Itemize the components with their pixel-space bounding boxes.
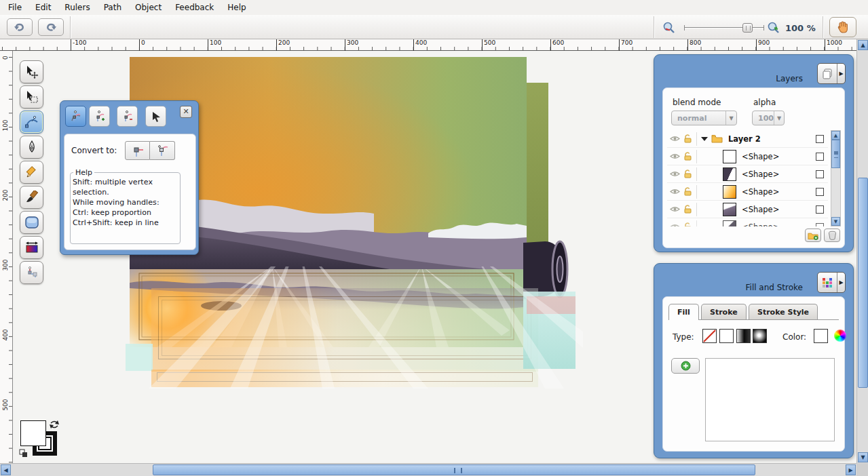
zoom-slider-thumb[interactable] bbox=[742, 23, 753, 33]
chevron-right-icon[interactable]: ▶ bbox=[837, 273, 845, 292]
tool-rounded-rect[interactable] bbox=[20, 211, 43, 234]
layer-checkbox[interactable] bbox=[816, 223, 824, 227]
redo-button[interactable] bbox=[38, 18, 64, 36]
lock-open-icon[interactable] bbox=[683, 134, 692, 143]
horizontal-scrollbar[interactable]: ◀ ▶ bbox=[0, 463, 856, 476]
default-colors-icon[interactable] bbox=[19, 449, 28, 458]
swap-colors-icon[interactable] bbox=[49, 419, 60, 430]
tool-node-edit[interactable] bbox=[20, 111, 43, 134]
vertical-scrollbar-thumb[interactable] bbox=[858, 178, 868, 388]
menu-feedback[interactable]: Feedback bbox=[168, 1, 221, 14]
blend-mode-select[interactable]: normal ▼ bbox=[671, 111, 737, 125]
visibility-eye-icon[interactable] bbox=[670, 223, 680, 226]
tool-pencil[interactable] bbox=[20, 161, 43, 184]
layer-row[interactable]: <Shape> bbox=[667, 183, 828, 201]
lock-open-icon[interactable] bbox=[683, 222, 692, 226]
new-layer-button[interactable] bbox=[805, 229, 821, 242]
layer-row[interactable]: <Shape> bbox=[667, 218, 828, 226]
shape-name[interactable]: <Shape> bbox=[742, 205, 779, 214]
tab-stroke-style[interactable]: Stroke Style bbox=[749, 304, 818, 319]
layer-checkbox[interactable] bbox=[816, 205, 824, 214]
fill-color-swatch[interactable] bbox=[20, 420, 46, 446]
horizontal-scrollbar-thumb[interactable] bbox=[153, 464, 755, 475]
layer-row[interactable]: <Shape> bbox=[667, 148, 828, 165]
fill-linear-gradient-swatch[interactable] bbox=[736, 329, 751, 343]
menu-path[interactable]: Path bbox=[97, 1, 128, 14]
visibility-eye-icon[interactable] bbox=[670, 135, 680, 142]
scroll-right-icon[interactable]: ▶ bbox=[846, 464, 856, 475]
fill-stroke-panel-menu-button[interactable]: ▶ bbox=[817, 272, 846, 293]
lock-open-icon[interactable] bbox=[683, 187, 692, 196]
fill-none-swatch[interactable] bbox=[702, 329, 717, 343]
lock-open-icon[interactable] bbox=[683, 170, 692, 178]
menu-object[interactable]: Object bbox=[128, 1, 168, 14]
add-node-button[interactable] bbox=[89, 106, 110, 127]
scrollbar-thumb[interactable] bbox=[831, 140, 840, 168]
tool-brush[interactable] bbox=[20, 186, 43, 209]
delete-layer-button[interactable] bbox=[824, 229, 840, 242]
tool-select-rect[interactable] bbox=[20, 85, 43, 108]
tool-snap-node[interactable] bbox=[20, 261, 43, 284]
zoom-slider[interactable] bbox=[684, 24, 764, 31]
layer-row[interactable]: <Shape> bbox=[667, 201, 828, 218]
add-gradient-stop-button[interactable] bbox=[671, 358, 700, 374]
menu-help[interactable]: Help bbox=[221, 1, 252, 14]
layer-list-scrollbar[interactable]: ▲ ▼ bbox=[831, 130, 841, 226]
chevron-right-icon[interactable]: ▶ bbox=[837, 64, 845, 83]
tab-fill[interactable]: Fill bbox=[668, 304, 699, 320]
convert-to-smooth-button[interactable] bbox=[150, 141, 175, 160]
layer-checkbox[interactable] bbox=[816, 153, 824, 161]
layer-checkbox[interactable] bbox=[816, 170, 824, 178]
node-tool-dialog[interactable]: ✕ Convert to: Help Shi bbox=[60, 100, 199, 255]
zoom-in-icon[interactable] bbox=[767, 22, 780, 34]
scroll-up-icon[interactable]: ▲ bbox=[831, 131, 840, 140]
alpha-select[interactable]: 100 ▼ bbox=[752, 111, 785, 125]
help-group: Help Shift: multiple vertex selection. W… bbox=[70, 168, 181, 244]
visibility-eye-icon[interactable] bbox=[670, 153, 680, 160]
layer-checkbox[interactable] bbox=[816, 188, 824, 196]
arrow-select-button[interactable] bbox=[145, 106, 166, 127]
scroll-up-icon[interactable]: ▲ bbox=[858, 40, 868, 50]
layer-row[interactable]: Layer 2 bbox=[667, 130, 828, 148]
menu-edit[interactable]: Edit bbox=[29, 1, 58, 14]
gradient-stops-listbox[interactable] bbox=[705, 358, 835, 441]
shape-name[interactable]: <Shape> bbox=[742, 170, 779, 179]
current-color-swatch[interactable] bbox=[814, 329, 828, 343]
fill-type-label: Type: bbox=[673, 332, 694, 342]
tab-stroke[interactable]: Stroke bbox=[701, 304, 747, 319]
vertical-scrollbar[interactable]: ▲ ▼ bbox=[856, 39, 868, 463]
fill-stroke-indicator[interactable] bbox=[19, 419, 67, 460]
shape-name[interactable]: <Shape> bbox=[742, 222, 779, 227]
shape-name[interactable]: <Shape> bbox=[742, 152, 779, 161]
menu-file[interactable]: File bbox=[1, 1, 29, 14]
color-wheel-icon[interactable] bbox=[834, 330, 846, 342]
help-title: Help bbox=[73, 168, 94, 177]
expand-triangle-icon[interactable] bbox=[701, 137, 708, 141]
visibility-eye-icon[interactable] bbox=[670, 205, 680, 213]
convert-to-corner-button[interactable] bbox=[125, 141, 150, 160]
close-icon[interactable]: ✕ bbox=[180, 106, 192, 118]
edit-node-button[interactable] bbox=[65, 106, 86, 127]
fill-radial-gradient-swatch[interactable] bbox=[753, 329, 767, 343]
zoom-out-icon[interactable] bbox=[662, 22, 676, 34]
lock-open-icon[interactable] bbox=[683, 152, 692, 161]
layer-checkbox[interactable] bbox=[816, 135, 824, 143]
tool-gradient[interactable] bbox=[20, 236, 43, 259]
lock-open-icon[interactable] bbox=[683, 205, 692, 214]
pan-hand-button[interactable] bbox=[829, 17, 856, 37]
visibility-eye-icon[interactable] bbox=[670, 188, 680, 195]
shape-name[interactable]: <Shape> bbox=[742, 187, 779, 197]
scroll-left-icon[interactable]: ◀ bbox=[1, 464, 11, 475]
scroll-down-icon[interactable]: ▼ bbox=[831, 217, 840, 226]
undo-button[interactable] bbox=[7, 18, 33, 36]
delete-node-button[interactable] bbox=[117, 106, 138, 127]
menu-rulers[interactable]: Rulers bbox=[58, 1, 96, 14]
tool-pen[interactable] bbox=[20, 136, 43, 159]
visibility-eye-icon[interactable] bbox=[670, 170, 680, 178]
layers-panel-menu-button[interactable]: ▶ bbox=[817, 63, 846, 84]
tool-select-move[interactable] bbox=[20, 60, 43, 83]
layer-name[interactable]: Layer 2 bbox=[728, 134, 761, 144]
fill-flat-swatch[interactable] bbox=[719, 329, 734, 343]
layer-row[interactable]: <Shape> bbox=[667, 165, 828, 183]
scroll-down-icon[interactable]: ▼ bbox=[858, 452, 868, 462]
